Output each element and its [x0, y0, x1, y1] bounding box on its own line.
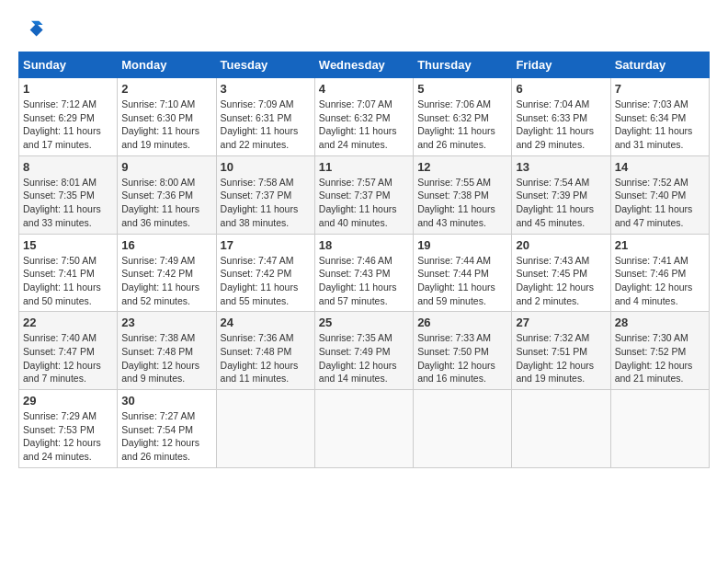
calendar-cell: 7Sunrise: 7:03 AM Sunset: 6:34 PM Daylig…	[610, 78, 709, 156]
calendar-cell: 3Sunrise: 7:09 AM Sunset: 6:31 PM Daylig…	[216, 78, 314, 156]
calendar-cell: 10Sunrise: 7:58 AM Sunset: 7:37 PM Dayli…	[216, 155, 314, 234]
day-info: Sunrise: 7:58 AM Sunset: 7:37 PM Dayligh…	[221, 176, 311, 230]
day-number: 22	[23, 316, 113, 329]
day-number: 21	[615, 238, 705, 252]
day-number: 19	[417, 238, 507, 252]
day-number: 15	[23, 238, 113, 252]
day-info: Sunrise: 7:38 AM Sunset: 7:48 PM Dayligh…	[121, 331, 211, 385]
day-info: Sunrise: 8:00 AM Sunset: 7:36 PM Dayligh…	[121, 176, 211, 230]
day-number: 20	[516, 238, 606, 252]
day-number: 8	[23, 160, 113, 174]
svg-marker-0	[30, 24, 43, 37]
svg-marker-1	[31, 21, 43, 25]
calendar-week-5: 29Sunrise: 7:29 AM Sunset: 7:53 PM Dayli…	[19, 390, 710, 468]
day-info: Sunrise: 7:04 AM Sunset: 6:33 PM Dayligh…	[516, 98, 606, 152]
calendar-cell: 18Sunrise: 7:46 AM Sunset: 7:43 PM Dayli…	[314, 234, 413, 312]
day-info: Sunrise: 7:03 AM Sunset: 6:34 PM Dayligh…	[615, 98, 705, 152]
day-number: 24	[221, 316, 311, 329]
day-info: Sunrise: 7:44 AM Sunset: 7:44 PM Dayligh…	[417, 254, 507, 308]
day-info: Sunrise: 7:35 AM Sunset: 7:49 PM Dayligh…	[319, 331, 409, 385]
calendar-header-row: SundayMondayTuesdayWednesdayThursdayFrid…	[19, 52, 710, 78]
calendar-cell: 27Sunrise: 7:32 AM Sunset: 7:51 PM Dayli…	[512, 312, 610, 390]
day-info: Sunrise: 7:55 AM Sunset: 7:38 PM Dayligh…	[417, 176, 507, 230]
calendar-cell	[314, 390, 413, 468]
day-number: 28	[615, 316, 705, 329]
day-info: Sunrise: 7:32 AM Sunset: 7:51 PM Dayligh…	[516, 331, 606, 385]
logo-icon	[18, 18, 44, 44]
day-info: Sunrise: 7:57 AM Sunset: 7:37 PM Dayligh…	[319, 176, 409, 230]
calendar-cell	[216, 390, 314, 468]
day-info: Sunrise: 7:07 AM Sunset: 6:32 PM Dayligh…	[319, 98, 409, 152]
header-tuesday: Tuesday	[216, 52, 314, 78]
day-info: Sunrise: 7:12 AM Sunset: 6:29 PM Dayligh…	[23, 98, 113, 152]
day-number: 14	[615, 160, 705, 174]
calendar-cell: 13Sunrise: 7:54 AM Sunset: 7:39 PM Dayli…	[512, 155, 610, 234]
calendar-cell: 21Sunrise: 7:41 AM Sunset: 7:46 PM Dayli…	[610, 234, 709, 312]
day-info: Sunrise: 7:06 AM Sunset: 6:32 PM Dayligh…	[417, 98, 507, 152]
day-number: 23	[121, 316, 211, 329]
header-wednesday: Wednesday	[314, 52, 413, 78]
day-number: 9	[121, 160, 211, 174]
calendar-cell: 16Sunrise: 7:49 AM Sunset: 7:42 PM Dayli…	[118, 234, 216, 312]
calendar-cell: 12Sunrise: 7:55 AM Sunset: 7:38 PM Dayli…	[414, 155, 512, 234]
day-number: 6	[516, 82, 606, 96]
day-number: 12	[417, 160, 507, 174]
calendar-cell: 5Sunrise: 7:06 AM Sunset: 6:32 PM Daylig…	[414, 78, 512, 156]
day-number: 2	[121, 82, 211, 96]
day-number: 25	[319, 316, 409, 329]
header-friday: Friday	[512, 52, 610, 78]
header-thursday: Thursday	[414, 52, 512, 78]
day-info: Sunrise: 7:29 AM Sunset: 7:53 PM Dayligh…	[23, 409, 113, 464]
calendar-cell: 14Sunrise: 7:52 AM Sunset: 7:40 PM Dayli…	[610, 155, 709, 234]
calendar-cell	[414, 390, 512, 468]
calendar-cell: 28Sunrise: 7:30 AM Sunset: 7:52 PM Dayli…	[610, 312, 709, 390]
calendar-cell: 4Sunrise: 7:07 AM Sunset: 6:32 PM Daylig…	[314, 78, 413, 156]
day-info: Sunrise: 7:49 AM Sunset: 7:42 PM Dayligh…	[121, 254, 211, 308]
day-info: Sunrise: 7:47 AM Sunset: 7:42 PM Dayligh…	[221, 254, 311, 308]
day-info: Sunrise: 8:01 AM Sunset: 7:35 PM Dayligh…	[23, 176, 113, 230]
day-number: 1	[23, 82, 113, 96]
day-info: Sunrise: 7:30 AM Sunset: 7:52 PM Dayligh…	[615, 331, 705, 385]
calendar-cell: 8Sunrise: 8:01 AM Sunset: 7:35 PM Daylig…	[19, 155, 118, 234]
day-number: 18	[319, 238, 409, 252]
calendar-cell: 11Sunrise: 7:57 AM Sunset: 7:37 PM Dayli…	[314, 155, 413, 234]
day-number: 13	[516, 160, 606, 174]
calendar-cell: 15Sunrise: 7:50 AM Sunset: 7:41 PM Dayli…	[19, 234, 118, 312]
calendar-cell: 20Sunrise: 7:43 AM Sunset: 7:45 PM Dayli…	[512, 234, 610, 312]
calendar-week-4: 22Sunrise: 7:40 AM Sunset: 7:47 PM Dayli…	[19, 312, 710, 390]
logo	[18, 18, 48, 44]
calendar-cell: 9Sunrise: 8:00 AM Sunset: 7:36 PM Daylig…	[118, 155, 216, 234]
day-info: Sunrise: 7:54 AM Sunset: 7:39 PM Dayligh…	[516, 176, 606, 230]
calendar-cell: 30Sunrise: 7:27 AM Sunset: 7:54 PM Dayli…	[118, 390, 216, 468]
day-info: Sunrise: 7:50 AM Sunset: 7:41 PM Dayligh…	[23, 254, 113, 308]
day-info: Sunrise: 7:43 AM Sunset: 7:45 PM Dayligh…	[516, 254, 606, 308]
calendar-cell: 26Sunrise: 7:33 AM Sunset: 7:50 PM Dayli…	[414, 312, 512, 390]
calendar-cell	[610, 390, 709, 468]
calendar-week-3: 15Sunrise: 7:50 AM Sunset: 7:41 PM Dayli…	[19, 234, 710, 312]
day-number: 10	[221, 160, 311, 174]
calendar-cell: 29Sunrise: 7:29 AM Sunset: 7:53 PM Dayli…	[19, 390, 118, 468]
calendar-cell: 17Sunrise: 7:47 AM Sunset: 7:42 PM Dayli…	[216, 234, 314, 312]
calendar-cell: 1Sunrise: 7:12 AM Sunset: 6:29 PM Daylig…	[19, 78, 118, 156]
calendar-week-2: 8Sunrise: 8:01 AM Sunset: 7:35 PM Daylig…	[19, 155, 710, 234]
header-monday: Monday	[118, 52, 216, 78]
day-info: Sunrise: 7:36 AM Sunset: 7:48 PM Dayligh…	[221, 331, 311, 385]
header-saturday: Saturday	[610, 52, 709, 78]
calendar-cell: 6Sunrise: 7:04 AM Sunset: 6:33 PM Daylig…	[512, 78, 610, 156]
day-info: Sunrise: 7:27 AM Sunset: 7:54 PM Dayligh…	[121, 409, 211, 464]
day-number: 7	[615, 82, 705, 96]
calendar-cell: 2Sunrise: 7:10 AM Sunset: 6:30 PM Daylig…	[118, 78, 216, 156]
calendar-cell	[512, 390, 610, 468]
day-info: Sunrise: 7:10 AM Sunset: 6:30 PM Dayligh…	[121, 98, 211, 152]
day-number: 30	[121, 394, 211, 408]
calendar-cell: 22Sunrise: 7:40 AM Sunset: 7:47 PM Dayli…	[19, 312, 118, 390]
day-info: Sunrise: 7:40 AM Sunset: 7:47 PM Dayligh…	[23, 331, 113, 385]
day-number: 11	[319, 160, 409, 174]
day-number: 4	[319, 82, 409, 96]
header-sunday: Sunday	[19, 52, 118, 78]
day-number: 17	[221, 238, 311, 252]
day-info: Sunrise: 7:33 AM Sunset: 7:50 PM Dayligh…	[417, 331, 507, 385]
day-info: Sunrise: 7:41 AM Sunset: 7:46 PM Dayligh…	[615, 254, 705, 308]
calendar-cell: 19Sunrise: 7:44 AM Sunset: 7:44 PM Dayli…	[414, 234, 512, 312]
day-number: 16	[121, 238, 211, 252]
